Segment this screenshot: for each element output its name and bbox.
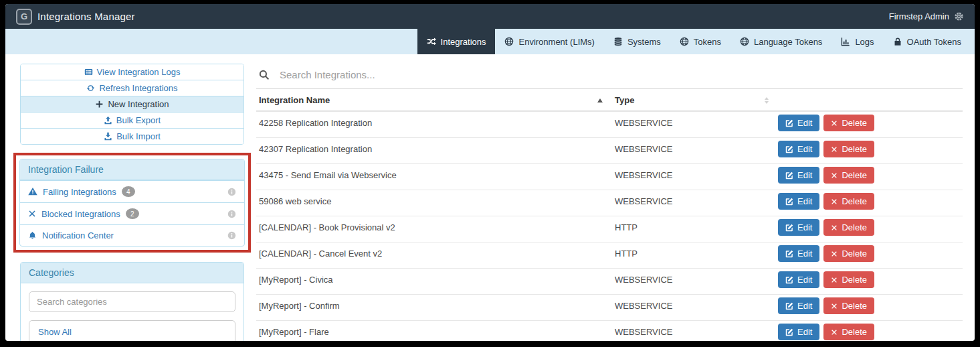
- integration-name: [MyReport] - Confirm: [256, 295, 612, 311]
- integration-type: HTTP: [612, 216, 778, 232]
- sidebar-action-list: View Integration Logs Refresh Integratio…: [20, 64, 244, 145]
- x-icon: [831, 198, 838, 205]
- new-integration-button[interactable]: New Integration: [21, 96, 243, 112]
- table-header-row: Integration Name Type: [256, 89, 963, 111]
- delete-button[interactable]: Delete: [823, 271, 874, 288]
- count-badge: 4: [122, 186, 135, 197]
- x-icon: [831, 251, 838, 257]
- edit-button[interactable]: Edit: [778, 245, 819, 262]
- tab-language-tokens[interactable]: Language Tokens: [730, 29, 831, 54]
- pencil-icon: [785, 145, 793, 153]
- globe-icon: [740, 37, 749, 46]
- tab-environment-lims[interactable]: Environment (LIMs): [495, 29, 603, 54]
- info-icon[interactable]: [227, 210, 236, 218]
- edit-button[interactable]: Edit: [778, 167, 819, 184]
- database-icon: [613, 37, 623, 46]
- x-icon: [831, 172, 838, 179]
- failing-integrations-item[interactable]: Failing Integrations 4: [20, 180, 244, 202]
- edit-button[interactable]: Edit: [778, 219, 819, 236]
- tab-tokens[interactable]: Tokens: [670, 29, 730, 54]
- delete-button[interactable]: Delete: [823, 219, 874, 236]
- bulk-export-button[interactable]: Bulk Export: [21, 112, 243, 128]
- table-row: [MyReport] - Confirm WEBSERVICE Edit Del…: [256, 294, 963, 320]
- x-icon: [831, 329, 838, 336]
- edit-button[interactable]: Edit: [778, 324, 819, 340]
- bell-icon: [28, 231, 37, 240]
- column-header-integration-name[interactable]: Integration Name: [256, 89, 612, 111]
- categories-panel: Categories Show All: [20, 262, 244, 341]
- globe-icon: [504, 37, 514, 46]
- x-icon: [831, 120, 838, 127]
- action-label: Bulk Export: [116, 115, 161, 125]
- integration-type: WEBSERVICE: [612, 164, 778, 180]
- info-icon[interactable]: [227, 231, 236, 240]
- pencil-icon: [785, 276, 793, 284]
- tab-oauth-tokens[interactable]: OAuth Tokens: [884, 29, 971, 54]
- gear-icon[interactable]: [954, 11, 964, 21]
- tab-bar: Integrations Environment (LIMs) Systems …: [5, 29, 975, 54]
- refresh-integrations-button[interactable]: Refresh Integrations: [21, 80, 243, 96]
- pencil-icon: [785, 328, 793, 336]
- count-badge: 2: [126, 208, 139, 219]
- tab-label: Integrations: [441, 37, 486, 47]
- edit-button[interactable]: Edit: [778, 193, 819, 210]
- integration-name: 42258 Replication Integration: [256, 112, 612, 128]
- top-navbar: G Integrations Manager Firmstep Admin: [5, 4, 975, 29]
- table-row: 42258 Replication Integration WEBSERVICE…: [256, 111, 963, 137]
- delete-button[interactable]: Delete: [823, 193, 874, 210]
- app-title: Integrations Manager: [37, 11, 135, 22]
- edit-button[interactable]: Edit: [778, 115, 819, 131]
- notification-center-item[interactable]: Notification Center: [20, 224, 244, 246]
- lock-icon: [893, 37, 902, 46]
- view-integration-logs-button[interactable]: View Integration Logs: [21, 64, 243, 80]
- table-row: 59086 web service WEBSERVICE Edit Delete: [256, 190, 963, 216]
- column-label: Type: [615, 95, 634, 105]
- tab-integrations[interactable]: Integrations: [417, 29, 496, 54]
- integrations-search-input[interactable]: [278, 68, 963, 81]
- delete-button[interactable]: Delete: [823, 324, 874, 340]
- categories-search-input[interactable]: [29, 291, 235, 312]
- integration-name: [MyReport] - Flare: [256, 321, 612, 337]
- sort-asc-icon: [597, 98, 603, 102]
- tab-label: Environment (LIMs): [518, 37, 594, 47]
- integration-name: [CALENDAR] - Book Provisional v2: [256, 216, 612, 232]
- action-label: Bulk Import: [116, 131, 161, 141]
- sidebar: View Integration Logs Refresh Integratio…: [20, 64, 244, 341]
- tab-logs[interactable]: Logs: [831, 29, 883, 54]
- integration-name: 42307 Replication Integration: [256, 138, 612, 154]
- upload-icon: [104, 116, 112, 125]
- integration-failure-panel: Integration Failure Failing Integrations…: [19, 159, 245, 247]
- action-label: View Integration Logs: [97, 67, 181, 77]
- integration-type: HTTP: [612, 242, 778, 259]
- integration-type: WEBSERVICE: [612, 138, 778, 154]
- info-icon[interactable]: [227, 188, 236, 196]
- blocked-integrations-item[interactable]: Blocked Integrations 2: [20, 202, 244, 224]
- tab-label: Language Tokens: [754, 37, 822, 47]
- integration-name: [CALENDAR] - Cancel Event v2: [256, 242, 612, 259]
- action-label: New Integration: [108, 99, 169, 109]
- tab-systems[interactable]: Systems: [604, 29, 670, 54]
- failure-item-label: Notification Center: [42, 230, 114, 240]
- delete-button[interactable]: Delete: [823, 245, 874, 262]
- delete-button[interactable]: Delete: [823, 297, 874, 314]
- red-highlight-annotation: Integration Failure Failing Integrations…: [13, 153, 251, 253]
- download-icon: [104, 132, 112, 141]
- integration-type: WEBSERVICE: [612, 112, 778, 128]
- main-area: Integration Name Type 42258 Replication …: [256, 64, 963, 341]
- bulk-import-button[interactable]: Bulk Import: [21, 128, 243, 144]
- edit-button[interactable]: Edit: [778, 141, 819, 157]
- pencil-icon: [785, 119, 793, 127]
- action-label: Refresh Integrations: [99, 83, 177, 93]
- delete-button[interactable]: Delete: [823, 115, 874, 131]
- edit-button[interactable]: Edit: [778, 271, 819, 288]
- globe-icon: [680, 37, 689, 46]
- column-header-type[interactable]: Type: [612, 89, 778, 111]
- delete-button[interactable]: Delete: [823, 141, 874, 157]
- integrations-search-bar: [256, 64, 963, 89]
- integration-failure-panel-title: Integration Failure: [20, 159, 244, 180]
- delete-button[interactable]: Delete: [823, 167, 874, 184]
- show-all-button[interactable]: Show All: [29, 320, 235, 341]
- plus-icon: [95, 100, 104, 109]
- edit-button[interactable]: Edit: [778, 297, 819, 314]
- tab-label: Logs: [855, 37, 874, 47]
